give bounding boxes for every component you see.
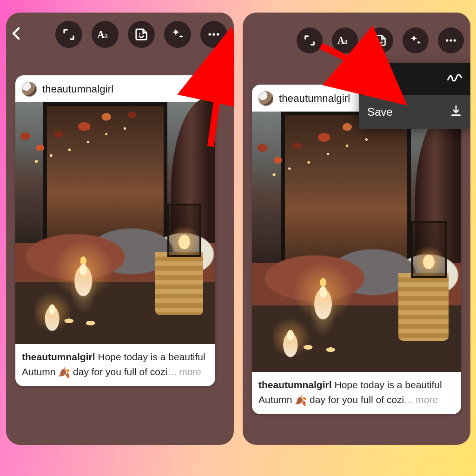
svg-text:A: A	[97, 29, 105, 40]
menu-item-save[interactable]: Save	[359, 95, 470, 129]
caption-username: theautumnalgirl	[258, 379, 332, 390]
caption-more[interactable]: more	[416, 394, 438, 405]
svg-text:a: a	[104, 31, 108, 40]
post-image	[15, 102, 215, 344]
more-icon[interactable]	[438, 27, 464, 53]
download-icon	[450, 105, 462, 119]
more-icon[interactable]	[200, 21, 227, 48]
svg-point-6	[217, 33, 219, 36]
text-icon[interactable]: Aa	[92, 21, 119, 48]
caption-text-b: day for you full of cozi	[307, 394, 404, 405]
svg-text:a: a	[344, 37, 347, 45]
story-toolbar: Aa	[6, 21, 234, 48]
story-post-card: theautumnalgirl theautumnalgirlHope toda…	[252, 85, 461, 414]
menu-label: Draw	[367, 73, 393, 86]
svg-point-9	[378, 39, 379, 40]
svg-text:A: A	[337, 35, 344, 46]
post-caption[interactable]: theautumnalgirlHope today is a beautiful…	[15, 344, 215, 386]
svg-point-5	[212, 33, 215, 36]
svg-point-4	[209, 33, 212, 36]
sticker-icon[interactable]	[128, 21, 155, 48]
sparkle-icon[interactable]	[164, 21, 191, 48]
phone-frame-left: Aa theautumnalgirl theautumnalgirlHope t…	[6, 13, 234, 445]
svg-point-12	[450, 39, 452, 41]
svg-point-2	[139, 33, 140, 34]
menu-label: Save	[367, 106, 393, 119]
story-post-card: theautumnalgirl theautumnalgirlHope toda…	[15, 75, 215, 386]
sparkle-icon[interactable]	[403, 27, 429, 53]
menu-item-draw[interactable]: Draw	[359, 63, 470, 95]
svg-point-3	[142, 33, 144, 34]
caption-ellipsis: …	[167, 366, 177, 377]
phone-frame-right: Aa theautumnalgirl theautumnalgirlHope t…	[243, 13, 470, 445]
scribble-icon	[447, 72, 462, 86]
resize-icon[interactable]	[297, 27, 323, 53]
svg-point-11	[446, 39, 448, 41]
more-menu: Draw Save	[359, 63, 470, 129]
caption-text-b: day for you full of cozi	[70, 366, 167, 377]
story-toolbar: Aa	[243, 27, 470, 53]
post-caption[interactable]: theautumnalgirlHope today is a beautiful…	[252, 372, 461, 414]
svg-point-13	[454, 39, 456, 41]
tutorial-canvas: Aa theautumnalgirl theautumnalgirlHope t…	[0, 0, 476, 476]
resize-icon[interactable]	[55, 21, 82, 48]
leaf-emoji-icon: 🍂	[58, 365, 70, 380]
post-image	[252, 112, 461, 372]
caption-more[interactable]: more	[179, 366, 201, 377]
leaf-emoji-icon: 🍂	[295, 393, 307, 408]
svg-point-10	[381, 39, 383, 40]
sticker-icon[interactable]	[367, 27, 393, 53]
caption-username: theautumnalgirl	[22, 351, 95, 362]
caption-ellipsis: …	[404, 394, 414, 405]
text-icon[interactable]: Aa	[332, 27, 358, 53]
